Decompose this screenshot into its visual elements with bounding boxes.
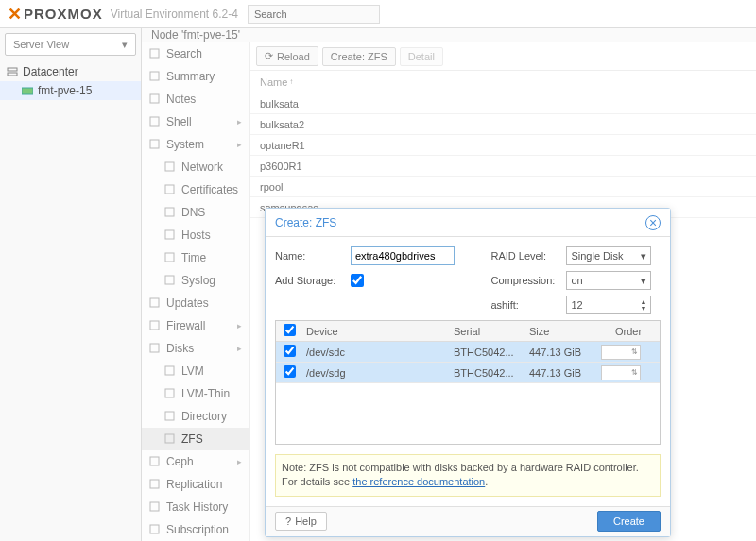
device-row[interactable]: /dev/sdcBTHC5042...447.13 GiB⇅ xyxy=(276,342,660,363)
device-checkbox[interactable] xyxy=(284,345,296,357)
nav-zfs[interactable]: ZFS xyxy=(142,428,249,450)
chevron-icon: ▸ xyxy=(237,457,242,466)
nav-updates[interactable]: Updates xyxy=(142,292,249,314)
col-serial[interactable]: Serial xyxy=(454,326,529,337)
zfs-pool-row[interactable]: bulksata xyxy=(250,93,756,114)
zfs-pool-row[interactable]: p3600R1 xyxy=(250,156,756,177)
nav-label: Replication xyxy=(166,478,222,491)
reload-button[interactable]: ⟳Reload xyxy=(256,46,318,66)
nav-hosts[interactable]: Hosts xyxy=(142,224,249,246)
nav-subscription[interactable]: Subscription xyxy=(142,518,249,541)
modal-title: Create: ZFS xyxy=(275,216,336,229)
view-selector[interactable]: Server View ▾ xyxy=(5,33,136,56)
addstorage-label: Add Storage: xyxy=(275,275,351,286)
env-label: Virtual Environment 6.2-4 xyxy=(111,8,238,21)
nav-label: Summary xyxy=(166,70,215,83)
nav-system[interactable]: System▸ xyxy=(142,133,249,156)
order-spinner[interactable]: ⇅ xyxy=(601,365,641,380)
svg-rect-11 xyxy=(165,230,174,239)
syslog-icon xyxy=(164,275,176,286)
col-device[interactable]: Device xyxy=(302,326,454,337)
nav-summary[interactable]: Summary xyxy=(142,65,249,88)
nav-shell[interactable]: Shell▸ xyxy=(142,110,249,133)
svg-rect-2 xyxy=(22,88,33,94)
repl-icon xyxy=(149,479,161,490)
svg-rect-8 xyxy=(165,162,174,171)
nav-directory[interactable]: Directory xyxy=(142,405,249,428)
lvm-icon xyxy=(164,365,176,377)
chevron-icon: ▸ xyxy=(237,321,242,330)
nav-notes[interactable]: Notes xyxy=(142,88,249,110)
search-input[interactable] xyxy=(248,5,380,24)
nav-label: Syslog xyxy=(181,274,215,287)
addstorage-checkbox[interactable] xyxy=(351,274,364,287)
create-zfs-button[interactable]: Create: ZFS xyxy=(322,47,396,66)
nav-syslog[interactable]: Syslog xyxy=(142,269,249,292)
logo: ✕ PROXMOX xyxy=(8,4,103,25)
tree-datacenter[interactable]: Datacenter xyxy=(0,62,141,81)
tree-label: fmt-pve-15 xyxy=(38,84,92,97)
device-row[interactable]: /dev/sdgBTHC5042...447.13 GiB⇅ xyxy=(276,363,660,383)
nav-certificates[interactable]: Certificates xyxy=(142,178,249,201)
nav-label: Firewall xyxy=(166,319,205,332)
svg-rect-14 xyxy=(150,298,159,307)
nav-ceph[interactable]: Ceph▸ xyxy=(142,450,249,473)
nav-label: Updates xyxy=(166,296,209,310)
nav-task-history[interactable]: Task History xyxy=(142,496,249,518)
svg-rect-5 xyxy=(150,94,159,103)
nav-network[interactable]: Network xyxy=(142,156,249,178)
tree-node[interactable]: fmt-pve-15 xyxy=(0,81,141,100)
svg-rect-6 xyxy=(150,117,159,126)
nav-replication[interactable]: Replication xyxy=(142,473,249,496)
help-button[interactable]: ?Help xyxy=(275,512,327,531)
col-size[interactable]: Size xyxy=(529,326,601,337)
device-checkbox[interactable] xyxy=(284,365,296,378)
nav-lvm[interactable]: LVM xyxy=(142,360,249,382)
ashift-spinner[interactable]: 12▲▼ xyxy=(566,296,651,314)
modal-title-bar[interactable]: Create: ZFS × xyxy=(266,209,670,237)
nav-time[interactable]: Time xyxy=(142,246,249,269)
nav-label: ZFS xyxy=(181,432,203,446)
svg-rect-17 xyxy=(165,366,174,375)
spinner-icon: ▲▼ xyxy=(641,298,647,312)
nav-lvm-thin[interactable]: LVM-Thin xyxy=(142,382,249,405)
notes-icon xyxy=(149,93,161,105)
col-name[interactable]: Name xyxy=(260,76,287,88)
sub-icon xyxy=(149,524,161,535)
compression-select[interactable]: on▾ xyxy=(566,271,651,290)
modal-footer: ?Help Create xyxy=(266,506,670,536)
close-icon[interactable]: × xyxy=(645,215,661,230)
name-label: Name: xyxy=(275,250,351,262)
device-serial: BTHC5042... xyxy=(454,367,529,379)
system-icon xyxy=(149,139,161,150)
device-path: /dev/sdc xyxy=(302,347,454,358)
order-spinner[interactable]: ⇅ xyxy=(601,345,641,360)
zfs-pool-row[interactable]: optaneR1 xyxy=(250,135,756,156)
reload-icon: ⟳ xyxy=(265,50,273,62)
disks-icon xyxy=(149,343,161,354)
raid-select[interactable]: Single Disk▾ xyxy=(566,246,651,265)
zfs-pool-row[interactable]: rpool xyxy=(250,177,756,197)
nav-firewall[interactable]: Firewall▸ xyxy=(142,314,249,337)
detail-button[interactable]: Detail xyxy=(400,47,443,66)
select-all-checkbox[interactable] xyxy=(284,324,296,336)
help-icon: ? xyxy=(285,516,291,527)
create-button[interactable]: Create xyxy=(597,511,661,532)
note-link[interactable]: the reference documentation xyxy=(352,476,485,487)
device-size: 447.13 GiB xyxy=(529,367,601,379)
zfs-pool-row[interactable]: bulksata2 xyxy=(250,114,756,135)
summary-icon xyxy=(149,71,161,82)
zfs-note: Note: ZFS is not compatible with disks b… xyxy=(275,454,661,497)
help-label: Help xyxy=(295,516,317,527)
col-order[interactable]: Order xyxy=(601,326,656,337)
sort-asc-icon: ↑ xyxy=(289,77,293,86)
svg-rect-4 xyxy=(150,72,159,80)
svg-rect-20 xyxy=(165,434,174,443)
nav-disks[interactable]: Disks▸ xyxy=(142,337,249,360)
svg-rect-12 xyxy=(165,253,174,262)
nav-search[interactable]: Search xyxy=(142,42,249,65)
name-input[interactable] xyxy=(351,246,455,265)
view-label: Server View xyxy=(13,39,69,50)
nav-dns[interactable]: DNS xyxy=(142,201,249,224)
chevron-icon: ▸ xyxy=(237,344,242,353)
